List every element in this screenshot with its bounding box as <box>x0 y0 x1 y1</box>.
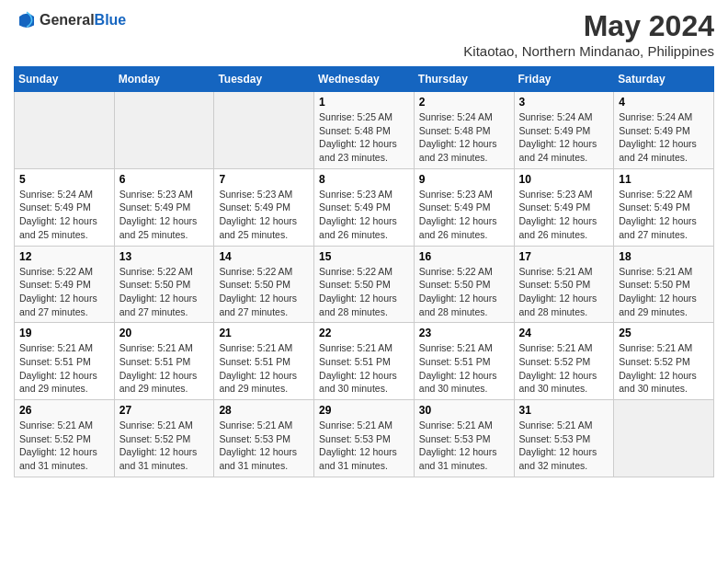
day-number: 6 <box>119 173 210 186</box>
day-number: 11 <box>619 173 709 186</box>
day-number: 27 <box>119 404 210 417</box>
day-cell: 17Sunrise: 5:21 AM Sunset: 5:50 PM Dayli… <box>514 246 614 323</box>
day-cell: 31Sunrise: 5:21 AM Sunset: 5:53 PM Dayli… <box>514 400 614 477</box>
day-info: Sunrise: 5:21 AM Sunset: 5:51 PM Dayligh… <box>419 341 509 396</box>
day-number: 19 <box>19 327 109 339</box>
day-info: Sunrise: 5:22 AM Sunset: 5:50 PM Dayligh… <box>119 265 210 319</box>
day-info: Sunrise: 5:21 AM Sunset: 5:53 PM Dayligh… <box>519 419 609 473</box>
header-row: SundayMondayTuesdayWednesdayThursdayFrid… <box>15 67 714 92</box>
main-title: May 2024 <box>463 9 714 43</box>
day-info: Sunrise: 5:21 AM Sunset: 5:52 PM Dayligh… <box>619 341 709 396</box>
day-info: Sunrise: 5:22 AM Sunset: 5:50 PM Dayligh… <box>219 265 309 319</box>
day-cell: 25Sunrise: 5:21 AM Sunset: 5:52 PM Dayli… <box>614 323 714 400</box>
day-number: 30 <box>419 404 509 417</box>
header: GeneralBlue May 2024 Kitaotao, Northern … <box>14 9 714 59</box>
day-cell: 9Sunrise: 5:23 AM Sunset: 5:49 PM Daylig… <box>414 168 514 246</box>
day-number: 31 <box>519 404 609 417</box>
day-cell: 1Sunrise: 5:25 AM Sunset: 5:48 PM Daylig… <box>314 92 415 169</box>
day-number: 26 <box>19 404 109 417</box>
day-info: Sunrise: 5:24 AM Sunset: 5:49 PM Dayligh… <box>19 188 109 242</box>
day-cell: 22Sunrise: 5:21 AM Sunset: 5:51 PM Dayli… <box>314 323 415 400</box>
day-info: Sunrise: 5:23 AM Sunset: 5:49 PM Dayligh… <box>319 188 409 242</box>
day-number: 2 <box>419 96 509 109</box>
day-number: 25 <box>619 327 709 339</box>
day-cell: 29Sunrise: 5:21 AM Sunset: 5:53 PM Dayli… <box>314 400 415 477</box>
day-cell: 16Sunrise: 5:22 AM Sunset: 5:50 PM Dayli… <box>414 246 514 323</box>
day-cell: 26Sunrise: 5:21 AM Sunset: 5:52 PM Dayli… <box>15 400 115 477</box>
day-info: Sunrise: 5:21 AM Sunset: 5:52 PM Dayligh… <box>19 419 109 473</box>
day-info: Sunrise: 5:23 AM Sunset: 5:49 PM Dayligh… <box>219 188 309 242</box>
header-cell-thursday: Thursday <box>414 67 514 92</box>
day-cell: 3Sunrise: 5:24 AM Sunset: 5:49 PM Daylig… <box>514 92 614 169</box>
day-number: 22 <box>319 327 409 339</box>
day-number: 8 <box>319 173 409 186</box>
day-number: 9 <box>419 173 509 186</box>
week-row-4: 19Sunrise: 5:21 AM Sunset: 5:51 PM Dayli… <box>15 323 714 400</box>
day-info: Sunrise: 5:23 AM Sunset: 5:49 PM Dayligh… <box>519 188 609 242</box>
day-cell: 28Sunrise: 5:21 AM Sunset: 5:53 PM Dayli… <box>214 400 314 477</box>
day-cell: 15Sunrise: 5:22 AM Sunset: 5:50 PM Dayli… <box>314 246 415 323</box>
day-info: Sunrise: 5:22 AM Sunset: 5:49 PM Dayligh… <box>619 188 709 242</box>
day-cell <box>614 400 714 477</box>
day-cell: 23Sunrise: 5:21 AM Sunset: 5:51 PM Dayli… <box>414 323 514 400</box>
day-cell: 7Sunrise: 5:23 AM Sunset: 5:49 PM Daylig… <box>214 168 314 246</box>
day-info: Sunrise: 5:24 AM Sunset: 5:49 PM Dayligh… <box>519 110 609 165</box>
day-info: Sunrise: 5:21 AM Sunset: 5:50 PM Dayligh… <box>519 265 609 319</box>
calendar-body: 1Sunrise: 5:25 AM Sunset: 5:48 PM Daylig… <box>15 92 714 477</box>
day-cell: 19Sunrise: 5:21 AM Sunset: 5:51 PM Dayli… <box>15 323 115 400</box>
day-cell: 4Sunrise: 5:24 AM Sunset: 5:49 PM Daylig… <box>614 92 714 169</box>
day-info: Sunrise: 5:21 AM Sunset: 5:52 PM Dayligh… <box>519 341 609 396</box>
week-row-2: 5Sunrise: 5:24 AM Sunset: 5:49 PM Daylig… <box>15 168 714 246</box>
day-cell <box>214 92 314 169</box>
day-number: 4 <box>619 96 709 109</box>
subtitle: Kitaotao, Northern Mindanao, Philippines <box>463 43 714 59</box>
day-cell: 21Sunrise: 5:21 AM Sunset: 5:51 PM Dayli… <box>214 323 314 400</box>
day-cell: 13Sunrise: 5:22 AM Sunset: 5:50 PM Dayli… <box>114 246 214 323</box>
day-cell <box>114 92 214 169</box>
day-info: Sunrise: 5:24 AM Sunset: 5:49 PM Dayligh… <box>619 110 709 165</box>
day-cell: 27Sunrise: 5:21 AM Sunset: 5:52 PM Dayli… <box>114 400 214 477</box>
day-cell: 11Sunrise: 5:22 AM Sunset: 5:49 PM Dayli… <box>614 168 714 246</box>
day-number: 7 <box>219 173 309 186</box>
day-number: 23 <box>419 327 509 339</box>
week-row-1: 1Sunrise: 5:25 AM Sunset: 5:48 PM Daylig… <box>15 92 714 169</box>
day-number: 18 <box>619 250 709 263</box>
day-cell: 6Sunrise: 5:23 AM Sunset: 5:49 PM Daylig… <box>114 168 214 246</box>
day-cell: 5Sunrise: 5:24 AM Sunset: 5:49 PM Daylig… <box>15 168 115 246</box>
day-number: 5 <box>19 173 109 186</box>
day-info: Sunrise: 5:22 AM Sunset: 5:49 PM Dayligh… <box>19 265 109 319</box>
day-number: 16 <box>419 250 509 263</box>
day-info: Sunrise: 5:25 AM Sunset: 5:48 PM Dayligh… <box>319 110 409 165</box>
day-number: 15 <box>319 250 409 263</box>
day-cell: 14Sunrise: 5:22 AM Sunset: 5:50 PM Dayli… <box>214 246 314 323</box>
header-cell-monday: Monday <box>114 67 214 92</box>
day-number: 24 <box>519 327 609 339</box>
day-info: Sunrise: 5:23 AM Sunset: 5:49 PM Dayligh… <box>419 188 509 242</box>
day-info: Sunrise: 5:21 AM Sunset: 5:53 PM Dayligh… <box>219 419 309 473</box>
day-number: 20 <box>119 327 210 339</box>
day-cell: 18Sunrise: 5:21 AM Sunset: 5:50 PM Dayli… <box>614 246 714 323</box>
day-cell: 2Sunrise: 5:24 AM Sunset: 5:48 PM Daylig… <box>414 92 514 169</box>
day-info: Sunrise: 5:21 AM Sunset: 5:53 PM Dayligh… <box>319 419 409 473</box>
logo[interactable]: GeneralBlue <box>14 9 126 31</box>
title-area: May 2024 Kitaotao, Northern Mindanao, Ph… <box>463 9 714 59</box>
day-number: 29 <box>319 404 409 417</box>
logo-icon <box>16 9 38 31</box>
day-info: Sunrise: 5:23 AM Sunset: 5:49 PM Dayligh… <box>119 188 210 242</box>
day-info: Sunrise: 5:21 AM Sunset: 5:51 PM Dayligh… <box>19 341 109 396</box>
day-cell: 24Sunrise: 5:21 AM Sunset: 5:52 PM Dayli… <box>514 323 614 400</box>
header-cell-sunday: Sunday <box>15 67 115 92</box>
calendar-header: SundayMondayTuesdayWednesdayThursdayFrid… <box>15 67 714 92</box>
day-number: 21 <box>219 327 309 339</box>
logo-text-general: General <box>40 12 95 28</box>
day-info: Sunrise: 5:21 AM Sunset: 5:51 PM Dayligh… <box>119 341 210 396</box>
day-cell <box>15 92 115 169</box>
day-cell: 12Sunrise: 5:22 AM Sunset: 5:49 PM Dayli… <box>15 246 115 323</box>
header-cell-friday: Friday <box>514 67 614 92</box>
day-info: Sunrise: 5:21 AM Sunset: 5:53 PM Dayligh… <box>419 419 509 473</box>
header-cell-wednesday: Wednesday <box>314 67 415 92</box>
day-number: 10 <box>519 173 609 186</box>
week-row-5: 26Sunrise: 5:21 AM Sunset: 5:52 PM Dayli… <box>15 400 714 477</box>
calendar-table: SundayMondayTuesdayWednesdayThursdayFrid… <box>14 66 714 477</box>
day-cell: 10Sunrise: 5:23 AM Sunset: 5:49 PM Dayli… <box>514 168 614 246</box>
